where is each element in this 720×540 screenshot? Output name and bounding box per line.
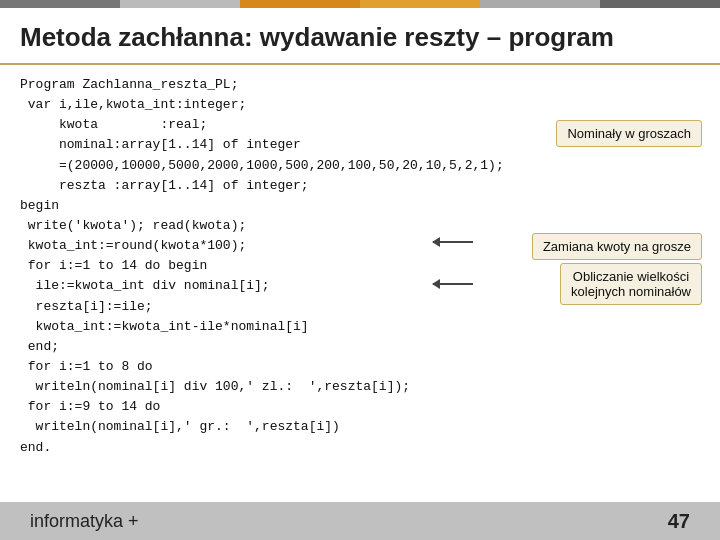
slide: Metoda zachłanna: wydawanie reszty – pro… <box>0 0 720 540</box>
bar-seg-2 <box>120 0 240 8</box>
footer-label: informatyka + <box>30 511 139 532</box>
bar-seg-5 <box>480 0 600 8</box>
top-bar <box>0 0 720 8</box>
tooltip-obliczanie-line2: kolejnych nominałów <box>571 284 691 299</box>
page-title: Metoda zachłanna: wydawanie reszty – pro… <box>20 22 700 53</box>
tooltip-obliczanie: Obliczanie wielkości kolejnych nominałów <box>560 263 702 305</box>
tooltip-nominaly: Nominały w groszach <box>556 120 702 147</box>
footer-page: 47 <box>668 510 690 533</box>
tooltip-nominaly-text: Nominały w groszach <box>567 126 691 141</box>
slide-footer: informatyka + 47 <box>0 502 720 540</box>
arrow-zamiana <box>433 241 473 243</box>
tooltip-zamiana-text: Zamiana kwoty na grosze <box>543 239 691 254</box>
bar-seg-6 <box>600 0 720 8</box>
tooltip-obliczanie-line1: Obliczanie wielkości <box>573 269 689 284</box>
bar-seg-4 <box>360 0 480 8</box>
bar-seg-3 <box>240 0 360 8</box>
arrow-obliczanie <box>433 283 473 285</box>
bar-seg-1 <box>0 0 120 8</box>
main-content: Program Zachlanna_reszta_PL; var i,ile,k… <box>0 65 720 502</box>
slide-header: Metoda zachłanna: wydawanie reszty – pro… <box>0 8 720 65</box>
tooltip-zamiana: Zamiana kwoty na grosze <box>532 233 702 260</box>
